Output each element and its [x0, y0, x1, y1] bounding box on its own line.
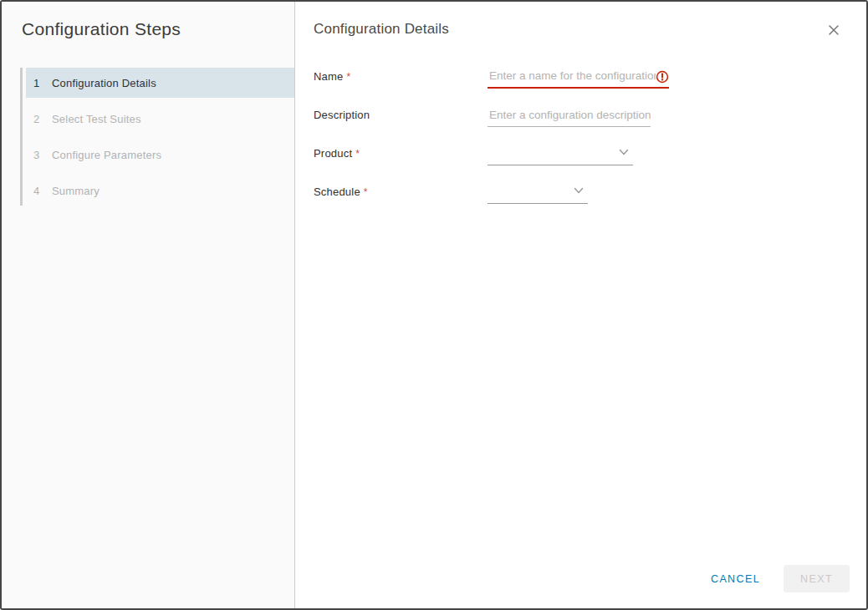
schedule-field-row: Schedule*	[314, 182, 848, 204]
product-label: Product*	[314, 144, 488, 160]
close-icon[interactable]	[826, 23, 841, 38]
configuration-wizard-dialog: Configuration Steps 1 Configuration Deta…	[0, 0, 868, 610]
wizard-footer: CANCEL NEXT	[709, 565, 850, 592]
schedule-select[interactable]	[488, 182, 588, 204]
wizard-steps-sidebar: Configuration Steps 1 Configuration Deta…	[2, 2, 295, 608]
product-field-row: Product*	[314, 144, 848, 165]
required-marker: *	[355, 148, 360, 160]
configuration-form: Name* Description	[314, 67, 848, 204]
panel-header: Configuration Details	[314, 21, 848, 38]
sidebar-title: Configuration Steps	[22, 19, 294, 39]
wizard-step-list: 1 Configuration Details 2 Select Test Su…	[2, 68, 294, 206]
description-label: Description	[314, 105, 488, 121]
next-button[interactable]: NEXT	[784, 565, 850, 592]
description-input-container	[488, 105, 651, 127]
name-field-row: Name*	[314, 67, 848, 89]
name-label: Name*	[314, 67, 488, 83]
wizard-content-panel: Configuration Details Name*	[295, 2, 866, 608]
step-configure-parameters: 3 Configure Parameters	[26, 140, 294, 170]
step-track-bar	[20, 68, 23, 206]
chevron-down-icon	[619, 149, 629, 160]
step-label: Configure Parameters	[52, 149, 161, 161]
step-label: Configuration Details	[52, 77, 156, 89]
schedule-label: Schedule*	[314, 182, 488, 198]
exclamation-circle-icon	[656, 70, 669, 84]
step-summary: 4 Summary	[26, 175, 294, 206]
description-field-row: Description	[314, 105, 848, 127]
name-input[interactable]	[488, 69, 656, 84]
step-number: 1	[33, 77, 45, 89]
step-number: 4	[33, 185, 45, 197]
step-label: Select Test Suites	[52, 113, 141, 125]
name-input-container	[488, 67, 669, 89]
description-input[interactable]	[488, 109, 651, 124]
step-configuration-details[interactable]: 1 Configuration Details	[26, 68, 294, 98]
step-number: 3	[33, 149, 45, 161]
product-select[interactable]	[488, 144, 633, 165]
cancel-button[interactable]: CANCEL	[709, 568, 762, 590]
step-label: Summary	[52, 185, 100, 197]
page-title: Configuration Details	[314, 21, 449, 38]
step-select-test-suites: 2 Select Test Suites	[26, 104, 294, 134]
required-marker: *	[364, 186, 368, 198]
chevron-down-icon	[574, 187, 584, 198]
required-marker: *	[346, 71, 350, 83]
step-number: 2	[33, 113, 45, 125]
